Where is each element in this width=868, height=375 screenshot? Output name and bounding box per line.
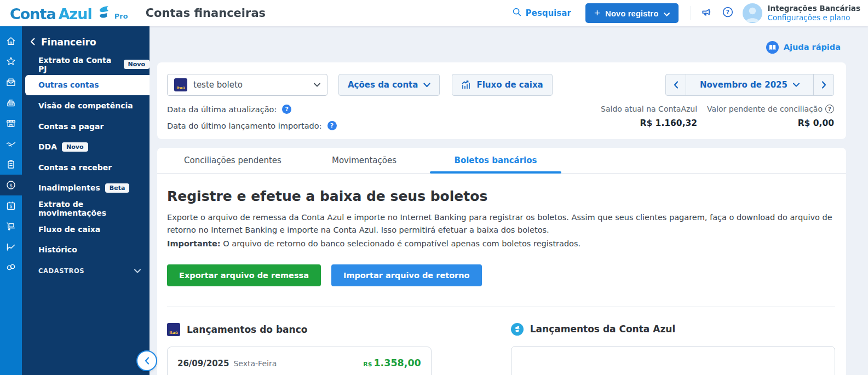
important-text: O arquivo de retorno do banco selecionad… <box>221 239 581 248</box>
cashflow-label: Fluxo de caixa <box>476 80 543 90</box>
pro-badge: Pro <box>114 12 128 20</box>
search-icon <box>512 7 522 19</box>
period-select[interactable]: Novembro de 2025 <box>686 74 814 95</box>
link-icon[interactable] <box>0 257 22 278</box>
itau-logo: Itaú <box>174 78 187 91</box>
export-remessa-button[interactable]: Exportar arquivo de remessa <box>167 264 321 286</box>
tab-conciliacoes-pendentes[interactable]: Conciliações pendentes <box>167 148 298 173</box>
top-bar: Conta Azul Pro Contas financeiras Pesqui… <box>0 0 868 26</box>
sidebar-item-label: Contas a pagar <box>38 122 104 131</box>
sidebar-item-label: Extrato da Conta PJ <box>38 56 119 73</box>
period-label: Novembro de 2025 <box>700 80 787 90</box>
entry-date: 26/09/2025 <box>177 359 229 368</box>
svg-text:?: ? <box>726 9 729 16</box>
sidebar-item-label: Visão de competência <box>38 101 133 110</box>
home-icon[interactable] <box>0 31 22 51</box>
previous-month-button[interactable] <box>666 74 686 95</box>
store-icon[interactable] <box>0 113 22 134</box>
sidebar-item-label: Outras contas <box>38 80 99 89</box>
star-icon[interactable] <box>0 51 22 72</box>
currency-symbol: R$ <box>363 361 372 368</box>
chevron-left-icon <box>674 81 679 89</box>
account-select[interactable]: Itaú teste boleto <box>167 74 327 96</box>
account-actions-button[interactable]: Ações da conta <box>338 74 440 96</box>
chevron-down-icon <box>314 83 320 87</box>
help-button[interactable]: ? <box>722 6 734 20</box>
itau-logo: Itaú <box>167 323 180 336</box>
ca-list-title: Lançamentos da Conta Azul <box>530 324 675 334</box>
search-label: Pesquisar <box>526 8 571 18</box>
sidebar-section-cadastros[interactable]: CADASTROS <box>22 260 150 282</box>
quick-help-book-icon[interactable] <box>766 41 779 54</box>
sidebar-item-outras-contas[interactable]: Outras contas <box>25 75 150 96</box>
tab-label: Boletos bancários <box>454 155 537 165</box>
svg-text:$: $ <box>9 182 13 188</box>
contaazul-mini-icon <box>511 323 524 336</box>
new-record-button[interactable]: + Novo registro <box>585 3 679 23</box>
account-name: Integrações Bancárias <box>768 4 860 13</box>
finance-module-icon[interactable]: $ <box>0 175 22 195</box>
avatar[interactable] <box>743 3 762 23</box>
next-month-button[interactable] <box>814 74 833 95</box>
sidebar-item-inadimplentes[interactable]: InadimplentesBeta <box>22 178 150 199</box>
sidebar-item-fluxo-de-caixa[interactable]: Fluxo de caixa <box>22 219 150 240</box>
help-question-icon[interactable]: ? <box>282 105 291 114</box>
chart-line-icon[interactable] <box>0 236 22 257</box>
back-chevron-icon[interactable] <box>30 37 35 48</box>
new-record-label: Novo registro <box>605 9 659 18</box>
account-select-value: teste boleto <box>193 80 243 90</box>
page-title: Contas financeiras <box>146 7 266 20</box>
ca-entries-card <box>511 346 835 375</box>
bar-chart-icon <box>461 80 471 90</box>
quick-help-link[interactable]: Ajuda rápida <box>784 43 841 51</box>
megaphone-icon <box>701 6 713 20</box>
contaazul-logo[interactable]: Conta Azul Pro <box>10 5 128 21</box>
tab-movimentacoes[interactable]: Movimentações <box>298 148 430 173</box>
tab-label: Movimentações <box>332 155 396 165</box>
cart-icon[interactable] <box>0 216 22 236</box>
chevron-down-icon <box>664 9 670 18</box>
section-description: Exporte o arquivo de remessa da Conta Az… <box>167 211 835 236</box>
sidebar-item-visao-de-competencia[interactable]: Visão de competência <box>22 95 150 116</box>
chevron-down-icon <box>423 83 430 88</box>
help-question-icon[interactable]: ? <box>327 121 337 130</box>
sidebar-item-label: Contas a receber <box>38 163 112 172</box>
period-navigator: Novembro de 2025 <box>665 74 834 96</box>
pending-value: R$ 0,00 <box>707 118 834 128</box>
announcements-button[interactable] <box>701 6 713 20</box>
balance-value: R$ 1.160,32 <box>601 118 697 128</box>
balance-label: Saldo atual na ContaAzul <box>601 105 697 113</box>
last-import-label: Data do último lançamento importado: <box>167 122 322 130</box>
handshake-icon[interactable] <box>0 134 22 154</box>
account-actions-label: Ações da conta <box>348 80 418 90</box>
sidebar-item-label: Extrato de movimentações <box>38 200 150 217</box>
bank-entries-card: 26/09/2025 Sexta-Feira R$1.358,00 <box>167 347 432 375</box>
chevron-down-icon <box>793 83 800 87</box>
contaazul-swoosh-icon <box>96 5 111 21</box>
import-retorno-button[interactable]: Importar arquivo de retorno <box>331 264 482 286</box>
help-question-outline-icon[interactable]: ? <box>825 105 834 113</box>
last-update-label: Data da última atualização: <box>167 105 277 114</box>
sidebar-collapse-button[interactable] <box>136 350 157 371</box>
sidebar-item-extrato-de-movimentacoes[interactable]: Extrato de movimentações <box>22 198 150 219</box>
payroll-calendar-icon[interactable]: $ <box>0 195 22 216</box>
sidebar-item-historico[interactable]: Histórico <box>22 239 150 260</box>
cash-register-icon[interactable] <box>0 93 22 113</box>
sidebar-item-extrato-conta-pj[interactable]: Extrato da Conta PJNovo <box>22 54 150 75</box>
settings-plan-link[interactable]: Configurações e plano <box>768 13 860 22</box>
sidebar-item-dda[interactable]: DDANovo <box>22 136 150 157</box>
sidebar-item-label: Fluxo de caixa <box>38 225 100 234</box>
important-label: Importante: <box>167 239 221 248</box>
cashflow-button[interactable]: Fluxo de caixa <box>452 74 552 96</box>
sidebar-item-label: DDA <box>38 142 57 151</box>
chevron-down-icon <box>134 269 141 273</box>
clipboard-icon[interactable] <box>0 154 22 175</box>
tab-boletos-bancarios[interactable]: Boletos bancários <box>430 148 561 173</box>
search-button[interactable]: Pesquisar <box>512 7 571 19</box>
inbox-icon[interactable] <box>0 72 22 93</box>
sidebar-item-contas-a-receber[interactable]: Contas a receber <box>22 157 150 178</box>
entry-weekday: Sexta-Feira <box>233 359 277 368</box>
tabs-bar: Conciliações pendentes Movimentações Bol… <box>157 148 846 174</box>
sidebar-item-contas-a-pagar[interactable]: Contas a pagar <box>22 116 150 137</box>
bank-entry-row[interactable]: 26/09/2025 Sexta-Feira R$1.358,00 <box>168 347 431 368</box>
